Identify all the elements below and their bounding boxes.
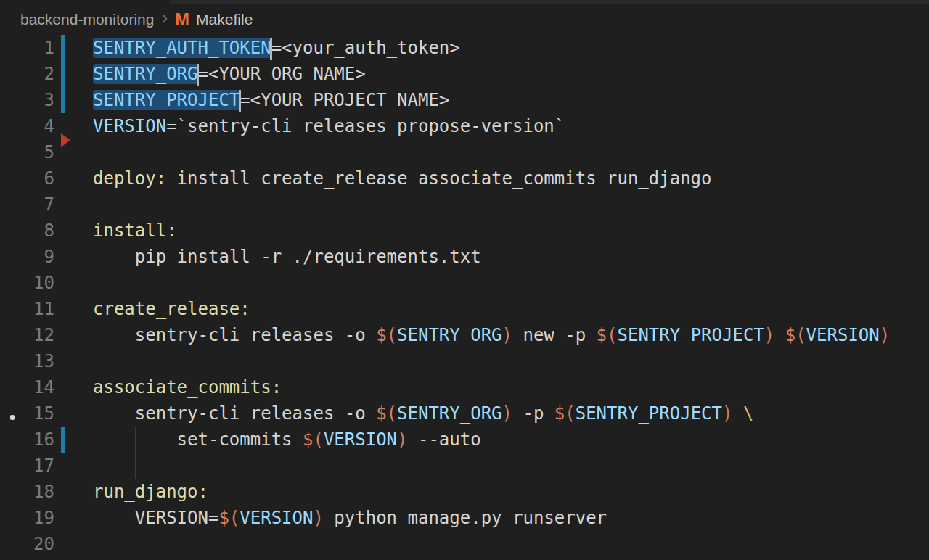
code-token: VERSION — [806, 325, 880, 345]
code-token: VERSION — [93, 116, 166, 136]
chevron-right-icon: › — [154, 7, 175, 32]
code-line[interactable]: 13 — [0, 348, 929, 374]
code-token: VERSION — [240, 508, 313, 528]
code-line[interactable]: 7 — [0, 192, 929, 218]
code-line[interactable]: 15 sentry-cli releases -o $(SENTRY_ORG) … — [0, 400, 929, 427]
line-number[interactable]: 3 — [0, 87, 54, 113]
line-number[interactable]: 18 — [0, 479, 54, 505]
code-token: ) — [722, 403, 732, 424]
code-token: =<YOUR ORG NAME> — [198, 64, 366, 84]
line-number[interactable]: 9 — [0, 244, 54, 270]
code-text: pip install -r ./requirements.txt — [93, 244, 481, 270]
line-number[interactable]: 4 — [0, 113, 54, 139]
git-modified-bar[interactable] — [61, 427, 65, 453]
line-number[interactable]: 17 — [0, 453, 54, 479]
code-token: install: — [93, 221, 177, 241]
code-line[interactable]: 3SENTRY_PROJECT=<YOUR PROJECT NAME> — [0, 87, 929, 113]
indent-guide — [94, 348, 94, 374]
code-line[interactable]: 11create_release: — [0, 296, 929, 322]
code-text: associate_commits: — [93, 374, 282, 400]
code-line[interactable]: 1SENTRY_AUTH_TOKEN=<your_auth_token> — [0, 35, 929, 61]
git-modified-bar[interactable] — [61, 87, 65, 113]
line-number[interactable]: 7 — [0, 192, 54, 218]
code-token: ) — [502, 403, 512, 424]
code-token: python manage.py runserver — [324, 508, 607, 528]
code-token: set-commits — [93, 429, 303, 450]
line-number[interactable]: 5 — [0, 139, 54, 165]
code-token: SENTRY_ORG — [397, 325, 502, 345]
code-editor[interactable]: 1SENTRY_AUTH_TOKEN=<your_auth_token>2SEN… — [0, 35, 929, 560]
red-marker-icon — [61, 133, 70, 147]
line-number[interactable]: 15 — [0, 400, 54, 427]
code-token: ) — [313, 508, 323, 528]
code-line[interactable]: 10 — [0, 270, 929, 296]
code-text: VERSION=`sentry-cli releases propose-ver… — [93, 113, 565, 139]
code-token: ) — [397, 429, 407, 450]
code-line[interactable]: 8install: — [0, 218, 929, 244]
text-cursor — [197, 64, 199, 86]
code-token — [774, 325, 785, 345]
breadcrumb-file-label: Makefile — [196, 11, 253, 28]
code-text: SENTRY_ORG=<YOUR ORG NAME> — [93, 61, 366, 87]
line-number[interactable]: 6 — [0, 165, 54, 192]
code-token: deploy: — [93, 168, 166, 189]
code-text: install: — [93, 218, 177, 244]
code-line[interactable]: 14associate_commits: — [0, 374, 929, 400]
line-number[interactable]: 1 — [0, 35, 54, 61]
git-modified-bar[interactable] — [61, 35, 65, 61]
code-token: VERSION= — [93, 508, 218, 528]
code-line[interactable]: 19 VERSION=$(VERSION) python manage.py r… — [0, 505, 929, 531]
line-number[interactable]: 19 — [0, 505, 54, 531]
code-line[interactable]: 18run_django: — [0, 479, 929, 505]
code-token: sentry-cli releases -o — [93, 325, 376, 345]
code-text: set-commits $(VERSION) --auto — [93, 427, 481, 453]
line-number[interactable]: 12 — [0, 322, 54, 348]
code-line[interactable]: 9 pip install -r ./requirements.txt — [0, 244, 929, 270]
code-line[interactable]: 12 sentry-cli releases -o $(SENTRY_ORG) … — [0, 322, 929, 348]
code-token: ) — [880, 325, 890, 345]
git-modified-bar[interactable] — [61, 61, 65, 87]
code-token: create_release: — [93, 299, 250, 319]
code-token — [732, 403, 742, 424]
code-token: SENTRY_PROJECT — [93, 90, 240, 110]
code-token: \ — [743, 403, 753, 424]
code-line[interactable]: 17 — [0, 453, 929, 479]
code-line[interactable]: 2SENTRY_ORG=<YOUR ORG NAME> — [0, 61, 929, 87]
indent-guide — [94, 270, 94, 296]
code-line[interactable]: 20 — [0, 531, 929, 557]
code-token: install create_release associate_commits… — [166, 168, 711, 189]
makefile-icon: M — [175, 9, 189, 30]
code-token: SENTRY_ORG — [397, 403, 502, 424]
line-number[interactable]: 10 — [0, 270, 54, 296]
code-text: run_django: — [93, 479, 208, 505]
breadcrumb-item-file[interactable]: M Makefile — [175, 9, 253, 30]
code-token: SENTRY_PROJECT — [576, 403, 722, 424]
code-token: -p — [512, 403, 554, 424]
line-number[interactable]: 13 — [0, 348, 54, 374]
line-number[interactable]: 8 — [0, 218, 54, 244]
line-number[interactable]: 20 — [0, 531, 54, 557]
line-number[interactable]: 11 — [0, 296, 54, 322]
code-text: SENTRY_PROJECT=<YOUR PROJECT NAME> — [93, 87, 449, 113]
code-text: sentry-cli releases -o $(SENTRY_ORG) -p … — [93, 400, 753, 427]
code-token: SENTRY_PROJECT — [618, 325, 764, 345]
code-line[interactable]: 16 set-commits $(VERSION) --auto — [0, 427, 929, 453]
code-token: =<YOUR PROJECT NAME> — [240, 90, 449, 110]
line-number[interactable]: 16 — [0, 427, 54, 453]
breadcrumb: backend-monitoring › M Makefile — [0, 4, 929, 35]
breadcrumb-item-project[interactable]: backend-monitoring — [20, 11, 154, 28]
line-number[interactable]: 2 — [0, 61, 54, 87]
line-number[interactable]: 14 — [0, 374, 54, 400]
mouse-cursor-dot — [10, 415, 15, 420]
indent-guide — [135, 453, 136, 479]
code-token: =<your_auth_token> — [271, 38, 460, 58]
code-token: new -p — [512, 325, 597, 345]
code-line[interactable]: 4VERSION=`sentry-cli releases propose-ve… — [0, 113, 929, 139]
code-token: SENTRY_AUTH_TOKEN — [93, 38, 271, 58]
code-line[interactable]: 6deploy: install create_release associat… — [0, 165, 929, 192]
code-token: $( — [785, 325, 806, 345]
code-token: VERSION — [324, 429, 397, 450]
code-line[interactable]: 5 — [0, 139, 929, 165]
code-text: VERSION=$(VERSION) python manage.py runs… — [93, 505, 607, 531]
text-cursor — [270, 38, 272, 60]
